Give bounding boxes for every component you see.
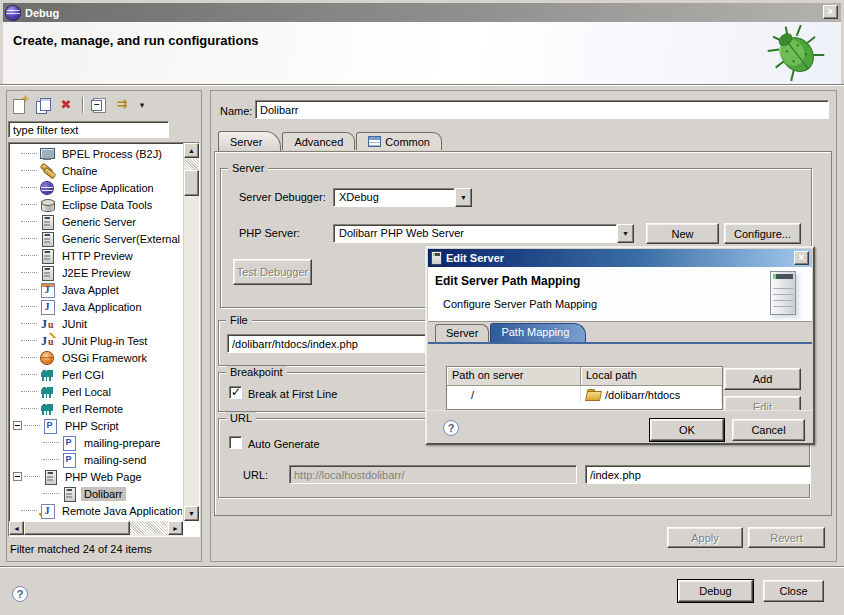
server-path-cell: / bbox=[447, 386, 581, 403]
tree-item[interactable]: BPEL Process (B2J) bbox=[11, 145, 182, 162]
tree-item[interactable]: HTTP Preview bbox=[11, 247, 182, 264]
url-path-input[interactable] bbox=[585, 465, 811, 484]
dialog-tab-server[interactable]: Server bbox=[435, 324, 489, 342]
tree-item[interactable]: Eclipse Data Tools bbox=[11, 196, 182, 213]
tree-item-label: PHP Web Page bbox=[62, 470, 145, 484]
tree-item[interactable]: J2EE Preview bbox=[11, 264, 182, 281]
tree-item[interactable]: Generic Server bbox=[11, 213, 182, 230]
eclipse-logo-icon bbox=[6, 6, 20, 20]
tree-item[interactable]: Java Applet bbox=[11, 281, 182, 298]
tree-item[interactable]: Generic Server(External La bbox=[11, 230, 182, 247]
debug-button[interactable]: Debug bbox=[678, 580, 753, 602]
window-close-button[interactable]: × bbox=[823, 5, 838, 19]
sidebar-toolbar: ✖ ⇉ ▾ bbox=[11, 95, 148, 115]
configure-server-button[interactable]: Configure... bbox=[724, 223, 801, 244]
url-base-input[interactable] bbox=[289, 465, 577, 484]
scrollbar-page-region[interactable] bbox=[185, 159, 198, 170]
column-path-on-server[interactable]: Path on server bbox=[447, 367, 581, 386]
scroll-up-icon[interactable]: ▲ bbox=[184, 143, 199, 158]
tree-horizontal-scrollbar[interactable]: ◄ ► bbox=[9, 521, 183, 536]
dialog-close-button[interactable]: × bbox=[794, 251, 809, 265]
tree-item[interactable]: JUnit bbox=[11, 315, 182, 332]
filter-menu-arrow-icon[interactable]: ▾ bbox=[136, 96, 148, 114]
tree-connector bbox=[21, 170, 37, 171]
tree-item-label: Eclipse Data Tools bbox=[59, 198, 155, 212]
tree-item[interactable]: Perl Local bbox=[11, 383, 182, 400]
tree-item[interactable]: JUnit Plug-in Test bbox=[11, 332, 182, 349]
tree-item[interactable]: Java Application bbox=[11, 298, 182, 315]
auto-generate-checkbox[interactable] bbox=[229, 436, 242, 449]
tree-item[interactable]: Perl CGI bbox=[11, 366, 182, 383]
scroll-left-icon[interactable]: ◄ bbox=[9, 521, 24, 535]
generic-server-icon bbox=[39, 248, 56, 264]
name-input[interactable] bbox=[255, 100, 829, 119]
tree-vertical-scrollbar[interactable]: ▲ ▼ bbox=[183, 143, 199, 521]
break-first-line-checkbox[interactable] bbox=[229, 386, 242, 399]
tree-item[interactable]: PHP Web Page bbox=[11, 468, 182, 485]
help-icon[interactable]: ? bbox=[12, 586, 28, 602]
tree-connector bbox=[21, 510, 37, 511]
vertical-scroll-thumb[interactable] bbox=[184, 170, 199, 196]
new-configuration-icon[interactable] bbox=[11, 96, 29, 114]
tree-item-label: J2EE Preview bbox=[59, 266, 133, 280]
tree-item[interactable]: mailing-prepare bbox=[11, 434, 182, 451]
filter-configurations-icon[interactable]: ⇉ bbox=[113, 96, 131, 114]
tree-item[interactable]: OSGi Framework bbox=[11, 349, 182, 366]
tab-common[interactable]: Common bbox=[356, 132, 442, 150]
collapse-expander-icon[interactable] bbox=[13, 421, 22, 430]
delete-configuration-icon[interactable]: ✖ bbox=[57, 96, 75, 114]
window-titlebar[interactable]: Debug × bbox=[3, 3, 841, 22]
config-tabs: Server Advanced Common bbox=[218, 131, 443, 150]
tree-connector bbox=[43, 493, 59, 494]
path-mapping-table[interactable]: Path on server Local path //dolibarr/htd… bbox=[446, 366, 723, 410]
dialog-banner: Edit Server Path Mapping Configure Serve… bbox=[428, 267, 812, 322]
collapse-all-icon[interactable] bbox=[90, 96, 108, 114]
php-server-select[interactable]: Dolibarr PHP Web Server ▼ bbox=[333, 224, 634, 243]
server-debugger-select[interactable]: XDebug ▼ bbox=[333, 188, 472, 207]
collapse-expander-icon[interactable] bbox=[13, 472, 22, 481]
tree-item-label: JUnit Plug-in Test bbox=[59, 334, 150, 348]
table-row[interactable]: //dolibarr/htdocs bbox=[447, 386, 722, 403]
new-server-button[interactable]: New bbox=[646, 223, 719, 244]
column-local-path[interactable]: Local path bbox=[581, 367, 722, 386]
tree-item[interactable]: Eclipse Application bbox=[11, 179, 182, 196]
tree-item[interactable]: PHP Script bbox=[11, 417, 182, 434]
dialog-titlebar[interactable]: Edit Server × bbox=[428, 249, 812, 267]
tree-connector bbox=[21, 374, 37, 375]
toolbar-separator bbox=[82, 97, 83, 113]
close-button[interactable]: Close bbox=[763, 580, 824, 602]
horizontal-scroll-thumb[interactable] bbox=[24, 521, 130, 535]
tree-item[interactable]: Chaîne bbox=[11, 162, 182, 179]
tree-connector bbox=[24, 425, 40, 426]
tab-server[interactable]: Server bbox=[218, 131, 281, 151]
tab-advanced[interactable]: Advanced bbox=[282, 132, 355, 150]
dialog-subtitle: Configure Server Path Mapping bbox=[443, 298, 597, 310]
tree-item-label: BPEL Process (B2J) bbox=[59, 147, 165, 161]
tree-item[interactable]: Dolibarr bbox=[11, 485, 182, 502]
dialog-tab-path-mapping[interactable]: Path Mapping bbox=[490, 323, 586, 342]
duplicate-configuration-icon[interactable] bbox=[34, 96, 52, 114]
add-mapping-button[interactable]: Add bbox=[724, 368, 801, 390]
test-debugger-button[interactable]: Test Debugger bbox=[233, 259, 312, 285]
dialog-help-icon[interactable]: ? bbox=[443, 420, 459, 436]
filter-input[interactable] bbox=[8, 121, 169, 138]
window-title: Debug bbox=[25, 7, 59, 19]
ok-button[interactable]: OK bbox=[650, 419, 724, 441]
tree-item[interactable]: Remote Java Application bbox=[11, 502, 182, 519]
local-path-cell: /dolibarr/htdocs bbox=[581, 386, 722, 403]
table-header-row: Path on server Local path bbox=[447, 367, 722, 386]
tree-item[interactable]: Perl Remote bbox=[11, 400, 182, 417]
tree-item[interactable]: mailing-send bbox=[11, 451, 182, 468]
chevron-down-icon[interactable]: ▼ bbox=[617, 224, 634, 243]
cancel-button[interactable]: Cancel bbox=[732, 419, 805, 441]
php-server-icon bbox=[61, 486, 78, 502]
scroll-down-icon[interactable]: ▼ bbox=[184, 506, 199, 521]
scrollbar-page-region[interactable] bbox=[130, 522, 166, 534]
configuration-tree[interactable]: BPEL Process (B2J)ChaîneEclipse Applicat… bbox=[8, 142, 200, 537]
scroll-right-icon[interactable]: ► bbox=[168, 521, 183, 535]
break-first-line-label: Break at First Line bbox=[248, 388, 337, 400]
button-bar-separator bbox=[0, 566, 844, 568]
revert-button[interactable]: Revert bbox=[748, 527, 825, 548]
apply-button[interactable]: Apply bbox=[667, 527, 743, 548]
chevron-down-icon[interactable]: ▼ bbox=[455, 188, 472, 207]
